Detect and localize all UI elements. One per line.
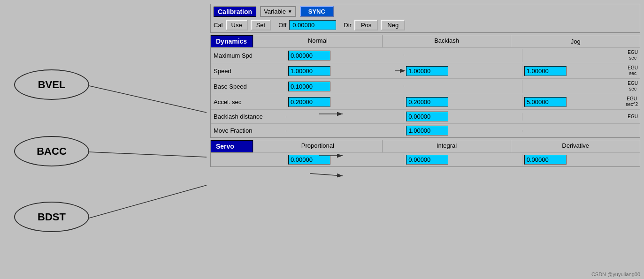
- accel-backlash-cell: [404, 96, 521, 108]
- servo-integral-input[interactable]: [406, 155, 448, 165]
- dynamics-row-movefrac: Move Fraction: [211, 123, 640, 137]
- basespeed-label: Base Speed: [211, 82, 286, 91]
- maxspd-normal-cell: [286, 50, 404, 61]
- maxspd-normal-input[interactable]: [288, 51, 330, 60]
- servo-header-row: Servo Proportional Integral Derivative: [211, 140, 640, 152]
- servo-col-derivative: Derivative: [511, 140, 640, 152]
- basespeed-normal-cell: [286, 81, 404, 92]
- speed-normal-input[interactable]: [288, 66, 330, 76]
- accel-backlash-input[interactable]: [406, 97, 448, 107]
- backlashdist-label: Backlash distance: [211, 112, 286, 121]
- dynamics-col-backlash: Backlash: [382, 35, 511, 47]
- dynamics-row-accel: Accel. sec EGUsec^2: [211, 94, 640, 109]
- calibration-header: Calibration Variable ▼ SYNC: [214, 6, 637, 17]
- use-button[interactable]: Use: [226, 20, 248, 30]
- dynamics-title: Dynamics: [211, 35, 253, 47]
- servo-proportional-input[interactable]: [288, 155, 330, 165]
- dropdown-arrow-icon: ▼: [288, 9, 292, 14]
- calibration-title: Calibration: [214, 7, 256, 17]
- variable-label: Variable: [264, 8, 286, 15]
- neg-button[interactable]: Neg: [381, 20, 405, 30]
- speed-jog-input[interactable]: [524, 66, 567, 76]
- bacc-ellipse: BACC: [14, 136, 89, 166]
- accel-normal-input[interactable]: [288, 97, 330, 107]
- servo-proportional-cell: [286, 154, 404, 166]
- watermark: CSDN @yuyuliang00: [591, 271, 640, 277]
- servo-derivative-input[interactable]: [524, 155, 567, 165]
- bacc-ellipse-container: BACC: [14, 136, 89, 166]
- calibration-row: Cal Use Set Off Dir Pos Neg: [214, 20, 637, 30]
- variable-dropdown[interactable]: Variable ▼: [260, 6, 296, 17]
- dynamics-col-jog: Jog: [511, 35, 640, 47]
- speed-normal-cell: [286, 65, 404, 77]
- basespeed-jog-cell: EGUsec: [522, 80, 640, 93]
- bdst-ellipse: BDST: [14, 202, 89, 232]
- servo-title: Servo: [211, 140, 253, 152]
- bdst-label: BDST: [38, 211, 66, 223]
- dynamics-row-basespeed: Base Speed EGUsec: [211, 78, 640, 94]
- backlashdist-jog-cell: EGU: [522, 113, 640, 121]
- svg-line-0: [89, 86, 207, 113]
- pos-button[interactable]: Pos: [354, 20, 378, 30]
- backlashdist-unit: EGU: [628, 114, 638, 120]
- dynamics-row-maxspd: Maximum Spd EGUsec: [211, 47, 640, 63]
- movefrac-label: Move Fraction: [211, 126, 286, 135]
- backlashdist-normal-cell: [286, 116, 404, 118]
- accel-normal-cell: [286, 96, 404, 108]
- speed-backlash-input[interactable]: [406, 66, 448, 76]
- accel-jog-input[interactable]: [524, 97, 567, 107]
- movefrac-jog-cell: [522, 130, 640, 132]
- maxspd-unit: EGUsec: [628, 50, 638, 61]
- speed-backlash-cell: [404, 65, 521, 77]
- set-button[interactable]: Set: [251, 20, 271, 30]
- bvel-label: BVEL: [38, 79, 66, 91]
- bdst-ellipse-container: BDST: [14, 202, 89, 232]
- maxspd-backlash-cell: [404, 54, 521, 56]
- servo-derivative-cell: [522, 154, 640, 166]
- svg-line-2: [89, 185, 207, 218]
- dynamics-header-row: Dynamics Normal Backlash Jog: [211, 35, 640, 47]
- maxspd-jog-cell: EGUsec: [522, 49, 640, 62]
- accel-unit: EGUsec^2: [626, 96, 638, 107]
- basespeed-normal-input[interactable]: [288, 82, 330, 91]
- dynamics-col-normal: Normal: [253, 35, 382, 47]
- dir-label: Dir: [344, 22, 352, 29]
- basespeed-unit: EGUsec: [628, 81, 638, 92]
- servo-empty-label: [211, 159, 286, 161]
- basespeed-backlash-cell: [404, 85, 521, 87]
- maxspd-label: Maximum Spd: [211, 51, 286, 60]
- movefrac-backlash-input[interactable]: [406, 126, 448, 136]
- off-input[interactable]: [289, 20, 336, 30]
- speed-arrow-icon: [395, 66, 409, 75]
- backlashdist-backlash-cell: [404, 111, 521, 122]
- calibration-section: Calibration Variable ▼ SYNC Cal Use Set …: [210, 4, 640, 33]
- backlashdist-backlash-input[interactable]: [406, 112, 448, 121]
- servo-col-integral: Integral: [382, 140, 511, 152]
- svg-line-1: [89, 152, 207, 157]
- dynamics-section: Dynamics Normal Backlash Jog Maximum Spd…: [210, 35, 640, 138]
- speed-jog-cell: EGUsec: [522, 64, 640, 77]
- dynamics-row-speed: Speed EGUsec: [211, 63, 640, 78]
- servo-integral-cell: [404, 154, 521, 166]
- movefrac-backlash-cell: [404, 125, 521, 136]
- dynamics-row-backlash-dist: Backlash distance EGU: [211, 109, 640, 123]
- servo-section: Servo Proportional Integral Derivative: [210, 140, 640, 167]
- cal-label: Cal: [214, 22, 223, 29]
- bvel-ellipse-container: BVEL: [14, 69, 89, 100]
- servo-values-row: [211, 152, 640, 166]
- servo-col-proportional: Proportional: [253, 140, 382, 152]
- speed-unit: EGUsec: [628, 65, 638, 76]
- accel-label: Accel. sec: [211, 98, 286, 106]
- sync-button[interactable]: SYNC: [300, 6, 334, 17]
- accel-jog-cell: EGUsec^2: [522, 95, 640, 108]
- left-panel: BVEL BACC BDST: [0, 0, 207, 279]
- bvel-ellipse: BVEL: [14, 69, 89, 100]
- off-label: Off: [278, 22, 286, 29]
- speed-label: Speed: [211, 67, 286, 75]
- bacc-label: BACC: [37, 145, 67, 158]
- movefrac-normal-cell: [286, 130, 404, 132]
- right-panel: Calibration Variable ▼ SYNC Cal Use Set …: [207, 0, 644, 279]
